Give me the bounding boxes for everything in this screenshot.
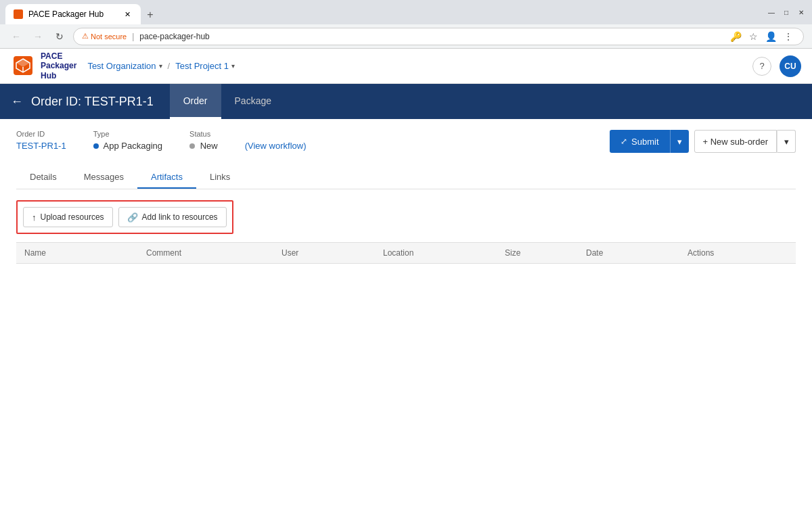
type-dot (93, 143, 99, 149)
address-bar-icons: 🔑 ☆ 👤 ⋮ (729, 30, 795, 43)
browser-tab-bar: PACE Packager Hub ✕ + (5, 0, 160, 24)
app-header: PACE Packager Hub Test Organization ▾ / … (0, 49, 812, 84)
tab-title: PACE Packager Hub (28, 9, 104, 19)
breadcrumb: Test Organization ▾ / Test Project 1 ▾ (87, 61, 235, 71)
tabs-bar: Details Messages Artifacts Links (16, 166, 796, 189)
view-workflow-link[interactable]: (View workflow) (245, 141, 307, 151)
meta-order-id: Order ID TEST-PR1-1 (16, 130, 66, 151)
user-avatar[interactable]: CU (780, 55, 801, 77)
col-name: Name (16, 248, 138, 258)
warning-icon: ⚠ (82, 32, 89, 41)
bookmark-icon[interactable]: ☆ (746, 30, 760, 43)
upload-icon: ↑ (32, 212, 37, 223)
page-header-bar: ← Order ID: TEST-PR1-1 Order Package (0, 84, 812, 119)
app-logo: PACE Packager Hub (11, 51, 76, 80)
logo-icon (11, 53, 35, 78)
type-value: App Packaging (93, 141, 162, 151)
new-suborder-button-group: + New sub-order ▾ (694, 130, 796, 153)
col-date: Date (578, 248, 679, 258)
order-meta: Order ID TEST-PR1-1 Type App Packaging S… (16, 130, 796, 153)
address-bar: ← → ↻ ⚠ Not secure | pace-packager-hub 🔑… (0, 24, 812, 49)
security-warning: ⚠ Not secure (82, 32, 127, 41)
order-id-label: Order ID (16, 130, 66, 138)
add-link-button[interactable]: 🔗 Add link to resources (118, 207, 227, 227)
forward-nav-button[interactable]: → (30, 28, 46, 45)
key-icon[interactable]: 🔑 (729, 30, 742, 43)
meta-status: Status New (189, 130, 218, 151)
tab-order[interactable]: Order (170, 84, 221, 119)
breadcrumb-separator: / (168, 61, 171, 71)
submit-button[interactable]: ⤢ Submit (610, 130, 669, 153)
profile-icon[interactable]: 👤 (764, 30, 777, 43)
meta-workflow: (View workflow) (245, 130, 307, 151)
breadcrumb-org-label: Test Organization (87, 61, 156, 71)
upload-resources-button[interactable]: ↑ Upload resources (23, 207, 113, 227)
link-icon: 🔗 (127, 212, 138, 223)
tab-messages[interactable]: Messages (70, 166, 137, 189)
logo-text: PACE Packager Hub (41, 51, 76, 80)
browser-title-bar: PACE Packager Hub ✕ + — □ ✕ (0, 0, 812, 24)
tab-links[interactable]: Links (196, 166, 244, 189)
refresh-nav-button[interactable]: ↻ (51, 28, 68, 45)
back-nav-button[interactable]: ← (8, 28, 24, 45)
close-button[interactable]: ✕ (796, 7, 807, 18)
col-size: Size (497, 248, 578, 258)
address-input[interactable]: ⚠ Not secure | pace-packager-hub 🔑 ☆ 👤 ⋮ (73, 28, 804, 45)
window-controls: — □ ✕ (766, 7, 807, 18)
col-actions: Actions (679, 248, 761, 258)
submit-icon: ⤢ (621, 137, 627, 146)
content-area: Order ID TEST-PR1-1 Type App Packaging S… (0, 119, 812, 477)
back-button[interactable]: ← (11, 95, 23, 109)
status-label: Status (189, 130, 218, 138)
col-user: User (273, 248, 375, 258)
tab-package[interactable]: Package (221, 84, 285, 119)
tab-artifacts[interactable]: Artifacts (137, 166, 196, 189)
tab-close-button[interactable]: ✕ (122, 9, 133, 20)
tab-details[interactable]: Details (16, 166, 70, 189)
status-value: New (189, 141, 218, 151)
header-right: ? CU (752, 55, 801, 77)
status-dot (189, 143, 195, 149)
breadcrumb-project-label: Test Project 1 (175, 61, 229, 71)
col-location: Location (375, 248, 497, 258)
tab-favicon (14, 9, 23, 19)
actions-area: ↑ Upload resources 🔗 Add link to resourc… (16, 200, 233, 234)
new-suborder-dropdown-button[interactable]: ▾ (777, 130, 796, 153)
breadcrumb-org[interactable]: Test Organization ▾ (87, 61, 162, 71)
maximize-button[interactable]: □ (781, 7, 792, 18)
url-text: pace-packager-hub (139, 32, 209, 41)
project-dropdown-arrow[interactable]: ▾ (231, 62, 235, 70)
meta-type: Type App Packaging (93, 130, 162, 151)
submit-button-group: ⤢ Submit ▾ (610, 130, 688, 153)
menu-icon[interactable]: ⋮ (782, 30, 795, 43)
header-actions: ⤢ Submit ▾ + New sub-order ▾ (610, 130, 796, 153)
table-header: Name Comment User Location Size Date Act… (16, 242, 796, 264)
new-suborder-button[interactable]: + New sub-order (694, 130, 777, 153)
table-body (16, 264, 796, 467)
breadcrumb-project[interactable]: Test Project 1 ▾ (175, 61, 235, 71)
browser-tab-active[interactable]: PACE Packager Hub ✕ (5, 4, 141, 24)
submit-dropdown-button[interactable]: ▾ (670, 130, 689, 153)
org-dropdown-arrow[interactable]: ▾ (159, 62, 162, 70)
minimize-button[interactable]: — (766, 7, 777, 18)
page-title: Order ID: TEST-PR1-1 (31, 95, 154, 109)
help-button[interactable]: ? (752, 57, 771, 76)
type-label: Type (93, 130, 162, 138)
new-tab-button[interactable]: + (141, 5, 160, 24)
col-comment: Comment (138, 248, 273, 258)
order-id-value: TEST-PR1-1 (16, 141, 66, 151)
